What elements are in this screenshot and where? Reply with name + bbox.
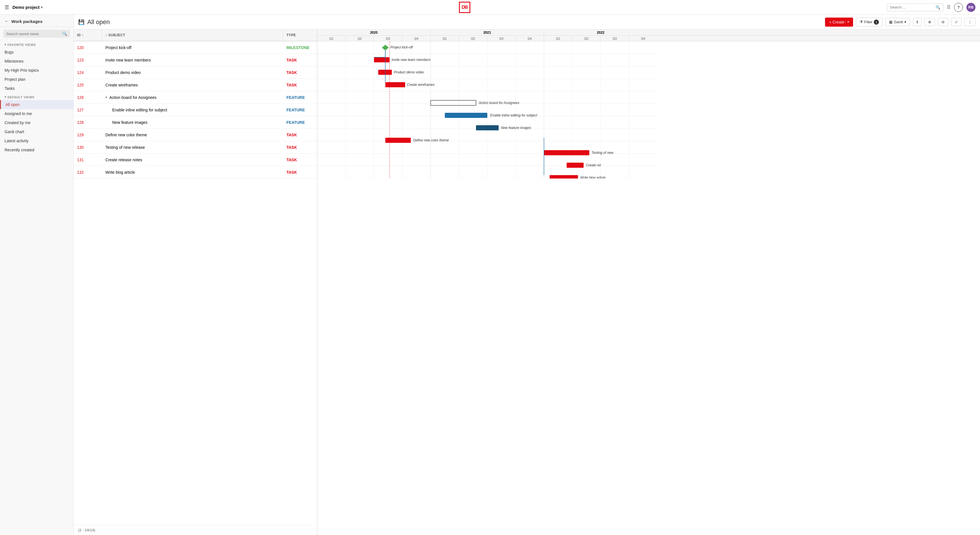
cell-subject: New feature images <box>102 120 283 125</box>
gantt-q1-2020: Q1 <box>317 36 346 41</box>
th-type[interactable]: TYPE <box>283 29 317 41</box>
cell-subject: Invite new team members <box>102 58 283 62</box>
view-title: All open <box>87 18 110 26</box>
cell-id[interactable]: 129 <box>74 133 102 137</box>
sidebar-item-assigned-to-me[interactable]: Assigned to me <box>0 109 73 118</box>
sidebar-item-latest-activity[interactable]: Latest activity <box>0 136 73 145</box>
project-selector[interactable]: Demo project ▾ <box>13 5 43 10</box>
hamburger-icon[interactable]: ☰ <box>5 4 9 11</box>
chevron-down-icon: ▾ <box>41 5 43 10</box>
table-row[interactable]: 129 Define new color theme TASK <box>74 129 317 141</box>
cell-subject: Define new color theme <box>102 133 283 137</box>
cell-subject: Product demo video <box>102 70 283 75</box>
db-logo: DB <box>459 2 470 13</box>
svg-text:Testing of new: Testing of new <box>592 151 614 155</box>
search-saved-views-input[interactable] <box>6 32 60 36</box>
sort-icon: ↑ <box>82 33 84 37</box>
table-row[interactable]: 127 Enable inline editing for subject FE… <box>74 104 317 116</box>
table-row[interactable]: 130 Testing of new release TASK <box>74 141 317 154</box>
cell-id[interactable]: 130 <box>74 145 102 150</box>
cell-id[interactable]: 131 <box>74 158 102 162</box>
cell-id[interactable]: 125 <box>74 83 102 87</box>
sidebar-item-milestones[interactable]: Milestones <box>0 57 73 66</box>
grid-icon[interactable]: ⠿ <box>947 4 951 11</box>
more-options-button[interactable]: ⋮ <box>964 18 975 26</box>
table-row[interactable]: 126 ▾Action board for Assignees FEATURE <box>74 91 317 104</box>
sidebar-item-recently-created[interactable]: Recently created <box>0 145 73 154</box>
cell-id[interactable]: 126 <box>74 95 102 100</box>
cell-subject: Create release notes <box>102 158 283 162</box>
gantt-year-header: 2020 2021 2022 <box>317 29 980 36</box>
cell-subject: Write blog article <box>102 170 283 175</box>
gantt-q3-2020: Q3 <box>374 36 402 41</box>
help-icon[interactable]: ? <box>954 3 963 12</box>
cell-id[interactable]: 123 <box>74 58 102 62</box>
th-id[interactable]: ID ↑ <box>74 29 102 41</box>
sidebar-item-my-high-prio[interactable]: My High Prio topics <box>0 66 73 75</box>
cell-type: TASK <box>283 133 317 137</box>
cell-subject: ▾Action board for Assignees <box>102 95 283 100</box>
cell-type: TASK <box>283 70 317 75</box>
cell-id[interactable]: 120 <box>74 45 102 50</box>
gantt-q3-2022: Q3 <box>601 36 629 41</box>
gantt-q2-2022: Q2 <box>572 36 601 41</box>
toolbar: 💾 All open + Create ▾ ⧩ Filter 1 ▦ Gantt… <box>74 15 980 29</box>
table-row[interactable]: 125 Create wireframes TASK <box>74 79 317 91</box>
zoom-in-button[interactable]: ⊕ <box>924 18 935 26</box>
table-row[interactable]: 123 Invite new team members TASK <box>74 54 317 66</box>
cell-type: FEATURE <box>283 108 317 112</box>
sidebar-item-bugs[interactable]: Bugs <box>0 48 73 57</box>
table-header: ID ↑ ↕ SUBJECT TYPE <box>74 29 317 41</box>
back-arrow-icon[interactable]: ← <box>5 19 9 24</box>
cell-id[interactable]: 124 <box>74 70 102 75</box>
cell-id[interactable]: 127 <box>74 108 102 112</box>
gantt-q4-2021: Q4 <box>515 36 544 41</box>
default-views-header[interactable]: ▾ DEFAULT VIEWS <box>0 93 73 100</box>
cell-id[interactable]: 128 <box>74 120 102 125</box>
create-dropdown-arrow[interactable]: ▾ <box>845 20 849 24</box>
favorite-views-header[interactable]: ▾ FAVORITE VIEWS <box>0 40 73 48</box>
filter-button[interactable]: ⧩ Filter 1 <box>856 18 883 27</box>
gantt-button[interactable]: ▦ Gantt ▾ <box>885 18 910 26</box>
sidebar-item-created-by-me[interactable]: Created by me <box>0 118 73 127</box>
table-row[interactable]: 128 New feature images FEATURE <box>74 116 317 129</box>
table-row[interactable]: 132 Write blog article TASK <box>74 166 317 178</box>
search-saved-views[interactable]: 🔍 <box>3 30 70 38</box>
gantt-year-2022: 2022 <box>544 29 657 35</box>
create-label: + Create <box>829 20 844 24</box>
svg-text:Create wireframes: Create wireframes <box>407 83 434 87</box>
sidebar-item-project-plan[interactable]: Project plan <box>0 75 73 84</box>
table-row[interactable]: 124 Product demo video TASK <box>74 66 317 79</box>
expand-button[interactable]: ⤢ <box>951 18 962 26</box>
sidebar-item-all-open[interactable]: All open <box>0 100 73 109</box>
svg-rect-42 <box>544 150 589 155</box>
zoom-out-button[interactable]: ⊖ <box>938 18 948 26</box>
favorite-views-label: FAVORITE VIEWS <box>8 43 36 46</box>
search-input[interactable] <box>890 5 934 10</box>
cell-type: TASK <box>283 158 317 162</box>
info-button[interactable]: ℹ <box>913 18 922 26</box>
save-view-icon[interactable]: 💾 <box>78 19 84 25</box>
gantt-label: Gantt <box>894 20 903 24</box>
gantt-section: 2020 2021 2022 Q1 Q2 Q3 Q4 Q1 Q2 Q3 Q4 <box>317 29 980 535</box>
user-avatar[interactable]: RB <box>966 3 975 12</box>
svg-text:Write blog article: Write blog article <box>580 176 606 178</box>
sidebar-item-gantt-chart[interactable]: Gantt chart <box>0 127 73 136</box>
cell-id[interactable]: 132 <box>74 170 102 175</box>
table-section: ID ↑ ↕ SUBJECT TYPE 120 Project kick-off… <box>74 29 317 535</box>
gantt-body: Project kick-off Invite new team members… <box>317 41 980 535</box>
sidebar-item-tasks[interactable]: Tasks <box>0 84 73 93</box>
svg-rect-31 <box>385 82 405 87</box>
favorite-views-toggle: ▾ <box>5 43 6 46</box>
svg-rect-27 <box>378 70 392 75</box>
table-row[interactable]: 131 Create release notes TASK <box>74 154 317 166</box>
table-row[interactable]: 120 Project kick-off MILESTONE <box>74 41 317 54</box>
gantt-q4-2020: Q4 <box>402 36 431 41</box>
default-views-label: DEFAULT VIEWS <box>8 96 35 99</box>
create-button[interactable]: + Create ▾ <box>825 18 853 27</box>
table-footer: (1 - 14/14) <box>74 525 317 535</box>
th-subject[interactable]: ↕ SUBJECT <box>102 29 283 41</box>
th-id-label: ID <box>77 33 81 37</box>
search-box[interactable]: 🔍 <box>887 3 943 11</box>
svg-rect-25 <box>374 57 390 62</box>
